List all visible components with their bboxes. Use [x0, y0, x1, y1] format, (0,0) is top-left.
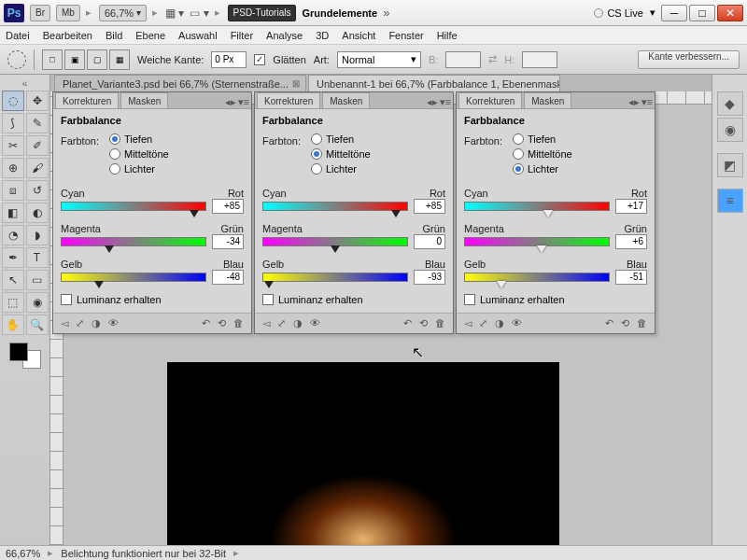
minibridge-button[interactable]: Mb — [56, 5, 80, 21]
luminanz-checkbox[interactable] — [262, 294, 274, 305]
maximize-button[interactable]: □ — [689, 5, 715, 21]
minimize-button[interactable]: ─ — [661, 5, 687, 21]
selection-intersect-icon[interactable]: ▦ — [109, 49, 130, 70]
trash-icon[interactable]: 🗑 — [233, 317, 244, 329]
menu-ebene[interactable]: Ebene — [135, 30, 165, 41]
menu-bearbeiten[interactable]: Bearbeiten — [43, 30, 92, 41]
brush-tool[interactable]: 🖌 — [26, 158, 49, 178]
menu-fenster[interactable]: Fenster — [388, 30, 423, 41]
clip-icon[interactable]: ◑ — [495, 317, 504, 329]
radio-mitteltone[interactable] — [109, 148, 120, 160]
prev-icon[interactable]: ↶ — [202, 317, 210, 329]
radio-mitteltone[interactable] — [311, 148, 322, 160]
panel-collapse-icon[interactable]: ◂▸ — [628, 96, 640, 108]
clip-icon[interactable]: ◑ — [293, 317, 303, 329]
value-cr[interactable]: +17 — [615, 199, 647, 214]
radio-lichter[interactable] — [109, 163, 120, 175]
radio-tiefen[interactable] — [513, 133, 524, 145]
hand-tool[interactable]: ✋ — [2, 315, 24, 335]
history-brush-tool[interactable]: ↺ — [26, 180, 49, 201]
close-tab-icon[interactable]: ⊠ — [292, 78, 300, 89]
menu-auswahl[interactable]: Auswahl — [178, 30, 218, 41]
canvas-image[interactable] — [167, 362, 559, 545]
menu-datei[interactable]: Datei — [6, 30, 30, 41]
eye-icon[interactable]: 👁 — [512, 317, 522, 329]
path-tool[interactable]: ↖ — [2, 270, 24, 290]
panel-menu-icon[interactable]: ▾≡ — [238, 96, 249, 108]
pen-tool[interactable]: ✒ — [2, 247, 24, 268]
menu-analyse[interactable]: Analyse — [266, 30, 303, 41]
panel-menu-icon[interactable]: ▾≡ — [641, 96, 653, 108]
slider-yb[interactable] — [464, 273, 610, 282]
trash-icon[interactable]: 🗑 — [637, 317, 647, 329]
menu-3d[interactable]: 3D — [316, 30, 329, 41]
adjustments-panel-icon[interactable]: ◩ — [717, 153, 743, 177]
tab-korrekturen[interactable]: Korrekturen — [458, 92, 522, 108]
tab-masken[interactable]: Masken — [120, 92, 168, 108]
eye-icon[interactable]: 👁 — [108, 317, 119, 329]
radio-lichter[interactable] — [513, 163, 524, 175]
feather-input[interactable] — [211, 51, 247, 68]
reset-icon[interactable]: ⟲ — [218, 317, 226, 329]
3d-camera-tool[interactable]: ◉ — [26, 292, 49, 313]
tab-masken[interactable]: Masken — [524, 92, 571, 108]
slider-mg[interactable] — [61, 237, 206, 246]
shape-tool[interactable]: ▭ — [26, 270, 49, 290]
prev-icon[interactable]: ↶ — [403, 317, 412, 329]
view-grid-icon[interactable]: ▦ ▾ — [165, 7, 184, 20]
selection-add-icon[interactable]: ▣ — [64, 49, 85, 70]
close-button[interactable]: ✕ — [717, 5, 743, 21]
tab-korrekturen[interactable]: Korrekturen — [55, 92, 119, 108]
zoom-tool[interactable]: 🔍 — [26, 315, 49, 335]
reset-icon[interactable]: ⟲ — [621, 317, 629, 329]
menu-hilfe[interactable]: Hilfe — [437, 30, 458, 41]
slider-cr[interactable] — [61, 202, 206, 211]
menu-ansicht[interactable]: Ansicht — [342, 30, 375, 41]
slider-mg[interactable] — [464, 237, 610, 246]
trash-icon[interactable]: 🗑 — [435, 317, 445, 329]
value-yb[interactable]: -48 — [212, 270, 244, 285]
layers-panel-icon[interactable]: ≡ — [717, 189, 743, 213]
menu-filter[interactable]: Filter — [231, 30, 253, 41]
tab-masken[interactable]: Masken — [322, 92, 370, 108]
luminanz-checkbox[interactable] — [464, 294, 475, 305]
radio-tiefen[interactable] — [109, 133, 120, 145]
heal-tool[interactable]: ⊕ — [2, 158, 24, 178]
panel-menu-icon[interactable]: ▾≡ — [440, 96, 451, 108]
color-swatch[interactable] — [9, 343, 41, 369]
value-cr[interactable]: +85 — [414, 199, 445, 214]
move-tool[interactable]: ✥ — [26, 91, 49, 111]
slider-cr[interactable] — [464, 202, 610, 211]
reset-icon[interactable]: ⟲ — [419, 317, 428, 329]
back-icon[interactable]: ◅ — [464, 317, 472, 329]
style-select[interactable]: Normal▾ — [337, 51, 421, 68]
slider-yb[interactable] — [262, 273, 408, 282]
blur-tool[interactable]: ◔ — [2, 225, 24, 245]
refine-edge-button[interactable]: Kante verbessern... — [638, 50, 740, 69]
bridge-button[interactable]: Br — [30, 5, 50, 21]
expand-icon[interactable]: ⤢ — [76, 317, 84, 329]
slider-mg[interactable] — [262, 237, 408, 246]
eyedropper-tool[interactable]: ✐ — [26, 135, 49, 156]
workspace-label[interactable]: Grundelemente — [302, 7, 377, 19]
gradient-tool[interactable]: ◐ — [26, 203, 49, 223]
value-cr[interactable]: +85 — [212, 199, 244, 214]
value-yb[interactable]: -51 — [615, 270, 647, 285]
quickselect-tool[interactable]: ✎ — [26, 113, 49, 133]
lasso-tool[interactable]: ⟆ — [2, 113, 24, 133]
value-mg[interactable]: 0 — [414, 234, 445, 249]
cslive-button[interactable]: CS Live ▾ — [594, 7, 655, 19]
tool-preset-icon[interactable] — [7, 50, 26, 69]
radio-tiefen[interactable] — [311, 133, 322, 145]
panel-collapse-icon[interactable]: ◂▸ — [427, 96, 438, 108]
crop-tool[interactable]: ✂ — [2, 135, 24, 156]
swatches-panel-icon[interactable]: ◉ — [717, 118, 743, 142]
3d-tool[interactable]: ⬚ — [2, 292, 24, 313]
expand-icon[interactable]: ⤢ — [479, 317, 487, 329]
eraser-tool[interactable]: ◧ — [2, 203, 24, 223]
clip-icon[interactable]: ◑ — [92, 317, 101, 329]
stamp-tool[interactable]: ⧇ — [2, 180, 24, 201]
expand-icon[interactable]: » — [383, 6, 389, 20]
screen-mode-icon[interactable]: ▭ ▾ — [190, 7, 208, 20]
document-tab[interactable]: Unbenannt-1 bei 66,7% (Farbbalance 1, Eb… — [308, 75, 560, 91]
